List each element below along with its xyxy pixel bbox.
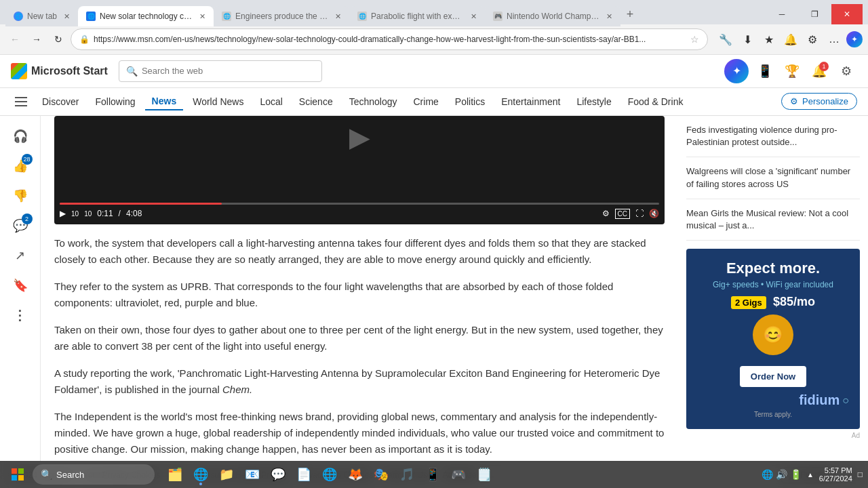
taskbar-app-notepad[interactable]: 🗒️ — [472, 462, 496, 487]
dislike-button[interactable]: 👎 — [8, 184, 33, 208]
comment-button[interactable]: 💬 2 — [8, 214, 33, 238]
refresh-button[interactable]: ↻ — [49, 30, 68, 49]
close-button[interactable]: ✕ — [831, 4, 863, 24]
nav-following[interactable]: Following — [88, 94, 142, 110]
ad-cta-button[interactable]: Order Now — [740, 366, 806, 387]
video-forward-button[interactable]: 10 — [84, 210, 92, 218]
taskbar-app-android[interactable]: 📱 — [420, 462, 445, 487]
nav-science[interactable]: Science — [292, 94, 340, 110]
extension-icon-1[interactable]: 🔧 — [716, 30, 735, 49]
taskbar-app-widgets[interactable]: 🗂️ — [163, 462, 187, 487]
settings-icon[interactable]: ⚙ — [835, 60, 857, 82]
extension-icon-2[interactable]: ⬇ — [738, 30, 757, 49]
article-content: ▶ ▶ 10 10 0:11 / 4:08 — [41, 116, 678, 461]
new-tab-button[interactable]: + — [620, 5, 639, 24]
hamburger-menu[interactable] — [11, 91, 33, 113]
back-button[interactable]: ← — [5, 30, 24, 49]
tab-1[interactable]: 🌐 New tab ✕ — [5, 6, 78, 26]
video-mute-button[interactable]: 🔇 — [649, 209, 659, 218]
nav-local[interactable]: Local — [253, 94, 289, 110]
personalize-button[interactable]: ⚙ Personalize — [781, 93, 857, 110]
network-icon: 🌐 — [762, 469, 773, 480]
msn-logo[interactable]: Microsoft Start — [11, 63, 108, 79]
taskbar-app-explorer[interactable]: 📁 — [214, 462, 239, 487]
tab-3[interactable]: 🌐 Engineers produce the world's f... ✕ — [214, 6, 349, 26]
tab-1-close[interactable]: ✕ — [64, 12, 70, 21]
settings-button[interactable]: ⚙ — [803, 30, 822, 49]
nav-technology[interactable]: Technology — [342, 94, 404, 110]
video-cc-button[interactable]: CC — [615, 209, 630, 219]
nav-discover[interactable]: Discover — [35, 94, 85, 110]
audio-icon[interactable]: 🎧 — [8, 124, 33, 148]
copilot-edge-icon[interactable]: ✦ — [846, 31, 863, 47]
windows-start-button[interactable] — [5, 462, 30, 487]
nav-entertainment[interactable]: Entertainment — [494, 94, 567, 110]
nav-lifestyle[interactable]: Lifestyle — [570, 94, 618, 110]
news-item-3[interactable]: Mean Girls the Musical review: Not a coo… — [686, 199, 860, 241]
notifications-icon[interactable]: 🔔 1 — [808, 60, 830, 82]
header-search[interactable]: 🔍 — [119, 60, 322, 82]
tab-bar: 🌐 New tab ✕ 🌐 New solar technology could… — [0, 0, 868, 24]
video-progress-bar[interactable] — [60, 203, 659, 205]
taskbar-app-acrobat[interactable]: 📄 — [292, 462, 316, 487]
taskbar-app-spotify[interactable]: 🎵 — [395, 462, 419, 487]
taskbar-app-teams[interactable]: 💬 — [266, 462, 290, 487]
taskbar-app-xbox[interactable]: 🎮 — [446, 462, 471, 487]
rewards-icon[interactable]: 🏆 — [781, 60, 803, 82]
minimize-button[interactable]: ─ — [766, 4, 797, 24]
taskbar-app-browser[interactable]: 🌐 — [189, 462, 213, 487]
nav-bar: Discover Following News World News Local… — [0, 88, 868, 116]
tab-5-favicon: 🎮 — [493, 12, 502, 21]
taskbar-app-firefox[interactable]: 🦊 — [343, 462, 368, 487]
tab-4[interactable]: 🌐 Parabolic flight with exoskeleton... ✕ — [349, 6, 485, 26]
mobile-icon[interactable]: 📱 — [754, 60, 776, 82]
news-item-2[interactable]: Walgreens will close a 'significant' num… — [686, 157, 860, 199]
menu-button[interactable]: … — [825, 30, 844, 49]
tab-2-close[interactable]: ✕ — [199, 12, 205, 21]
taskbar-system-icons[interactable]: 🌐 🔊 🔋 — [762, 469, 802, 480]
ad-headline: Expect more. — [697, 260, 849, 277]
article-paragraph-3: Taken on their own, those four dyes to g… — [54, 322, 665, 354]
nav-politics[interactable]: Politics — [448, 94, 492, 110]
search-input[interactable] — [142, 66, 315, 76]
taskbar-app-opera[interactable]: 🎭 — [369, 462, 393, 487]
news-item-1[interactable]: Feds investigating violence during pro-P… — [686, 116, 860, 157]
video-rewind-button[interactable]: 10 — [71, 210, 79, 218]
tab-5-close[interactable]: ✕ — [606, 12, 612, 21]
nav-world-news[interactable]: World News — [186, 94, 250, 110]
video-player[interactable]: ▶ ▶ 10 10 0:11 / 4:08 — [54, 116, 665, 224]
tab-4-close[interactable]: ✕ — [471, 12, 477, 21]
taskbar-clock[interactable]: 5:57 PM 6/27/2024 — [819, 466, 852, 483]
taskbar-app-chrome[interactable]: 🌐 — [317, 462, 342, 487]
forward-button[interactable]: → — [27, 30, 46, 49]
save-button[interactable]: 🔖 — [8, 273, 33, 298]
more-options-button[interactable]: ⋮ — [8, 303, 33, 327]
video-play-button[interactable]: ▶ — [60, 209, 66, 218]
notification-center-button[interactable]: □ — [858, 470, 863, 479]
favorites-button[interactable]: ★ — [760, 30, 778, 49]
like-button[interactable]: 👍 28 — [8, 154, 33, 178]
tab-3-close[interactable]: ✕ — [335, 12, 341, 21]
share-button[interactable]: ↗ — [8, 243, 33, 268]
maximize-button[interactable]: ❐ — [799, 4, 830, 24]
nav-news[interactable]: News — [145, 93, 184, 110]
copilot-button[interactable]: ✦ — [724, 59, 749, 83]
personalize-label: Personalize — [802, 96, 848, 106]
tab-2[interactable]: 🌐 New solar technology could dra... ✕ — [78, 6, 214, 26]
article-paragraph-4: A study reporting the work, 'Panchromati… — [54, 365, 665, 398]
video-fullscreen-button[interactable]: ⛶ — [635, 209, 644, 218]
nav-food-drink[interactable]: Food & Drink — [621, 94, 690, 110]
star-icon[interactable]: ☆ — [690, 34, 699, 45]
taskbar-app-mail[interactable]: 📧 — [240, 462, 264, 487]
show-hidden-icon[interactable]: ▲ — [807, 471, 814, 479]
ad-brand-container: fidium ○ — [697, 392, 849, 408]
address-bar[interactable]: 🔒 https://www.msn.com/en-us/news/technol… — [71, 28, 708, 50]
speaker-icon: 🔊 — [776, 469, 787, 480]
tab-5[interactable]: 🎮 Nintendo World Championships... ✕ — [485, 6, 620, 26]
video-settings-button[interactable]: ⚙ — [602, 209, 610, 218]
news-title-2: Walgreens will close a 'significant' num… — [686, 165, 860, 190]
taskbar-search[interactable]: 🔍 Search — [33, 464, 155, 485]
nav-crime[interactable]: Crime — [407, 94, 446, 110]
extension-icon-3[interactable]: 🔔 — [781, 30, 800, 49]
video-time-separator: / — [119, 209, 121, 218]
